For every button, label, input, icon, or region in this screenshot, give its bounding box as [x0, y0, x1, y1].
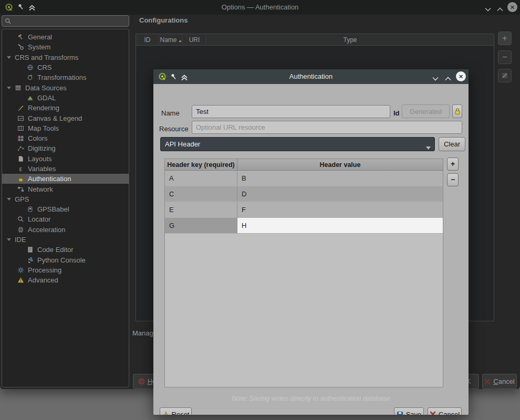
sidebar-item-acceleration[interactable]: Acceleration [2, 225, 129, 235]
lock-icon [454, 108, 461, 115]
key-cell[interactable]: A [165, 171, 237, 186]
search-input[interactable] [2, 15, 129, 27]
key-cell[interactable]: E [165, 202, 237, 217]
value-cell[interactable]: D [237, 186, 443, 202]
manage-text: Manag [132, 329, 153, 337]
sidebar-item-label: Layouts [28, 155, 52, 163]
dialog-titlebar[interactable]: Authentication × [153, 69, 469, 84]
expander-icon[interactable] [7, 198, 11, 201]
sidebar-item-canvas-legend[interactable]: Canvas & Legend [2, 113, 129, 123]
reset-button[interactable]: Reset [160, 407, 192, 415]
expander-icon[interactable] [7, 238, 11, 241]
remove-header-button[interactable]: − [447, 173, 459, 186]
sidebar-item-general[interactable]: General [2, 32, 129, 42]
epsilon-icon: ε [17, 165, 24, 173]
authentication-dialog: Authentication × Name Id Generated Resou… [153, 69, 469, 415]
help-icon [138, 378, 145, 385]
sidebar-item-gpsbabel[interactable]: GPSBabel [2, 204, 129, 214]
sidebar-group-gps[interactable]: GPS [2, 194, 129, 204]
id-lock-button[interactable] [452, 104, 462, 118]
table-row[interactable]: C D [165, 186, 443, 202]
sidebar-item-gdal[interactable]: GDAL [2, 93, 129, 103]
close-icon[interactable]: × [456, 71, 466, 81]
sidebar-item-network[interactable]: Network [2, 184, 129, 194]
expander-icon[interactable] [7, 56, 11, 59]
sidebar-group-data-sources[interactable]: Data Sources [2, 82, 129, 92]
column-header-id[interactable]: ID [136, 34, 159, 45]
sidebar-item-processing[interactable]: Processing [2, 265, 129, 275]
options-titlebar[interactable]: Options — Authentication × [0, 0, 520, 15]
gear-icon [17, 267, 24, 274]
cancel-button[interactable]: Cancel [482, 374, 517, 389]
sidebar-item-label: Map Tools [28, 124, 59, 132]
sidebar-item-transformations[interactable]: Transformations [2, 72, 129, 82]
auth-method-select[interactable]: API Header [160, 137, 435, 151]
column-header-name[interactable]: Name [159, 34, 183, 45]
sidebar-item-map-tools[interactable]: Map Tools [2, 123, 129, 133]
resource-label: Resource [159, 125, 189, 133]
resource-input[interactable] [192, 121, 462, 134]
sidebar-item-label: Rendering [28, 104, 59, 112]
code-file-icon [27, 246, 34, 253]
edit-config-button[interactable] [498, 69, 512, 82]
sidebar-item-locator[interactable]: Locator [2, 214, 129, 224]
close-icon[interactable]: × [507, 2, 517, 12]
column-header-type[interactable]: Type [206, 34, 494, 45]
add-header-button[interactable]: + [447, 158, 459, 171]
sidebar-item-label: Authentication [28, 175, 71, 183]
sidebar-item-code-editor[interactable]: Code Editor [2, 245, 129, 255]
value-cell-editing[interactable]: H [237, 218, 443, 233]
sidebar-item-label: Acceleration [28, 226, 66, 234]
value-cell[interactable]: B [237, 171, 443, 186]
network-icon [17, 186, 24, 193]
sidebar-item-label: Processing [28, 266, 61, 274]
id-label: Id [393, 109, 400, 117]
chip-icon [17, 226, 24, 233]
sidebar-item-advanced[interactable]: Advanced [2, 275, 129, 285]
sidebar-item-rendering[interactable]: Rendering [2, 103, 129, 113]
globe-icon [27, 64, 34, 71]
dialog-body: Name Id Generated Resource API Header Cl… [153, 84, 469, 415]
clear-button[interactable]: Clear [439, 137, 465, 151]
sidebar-item-label: Python Console [37, 256, 86, 264]
sidebar-item-crs[interactable]: CRS [2, 62, 129, 72]
sidebar-item-label: Network [28, 185, 53, 193]
expander-icon[interactable] [7, 87, 11, 89]
maximize-button[interactable] [444, 74, 452, 79]
maximize-button[interactable] [496, 5, 504, 10]
column-header-uri[interactable]: URI [183, 34, 206, 45]
sidebar-item-python-console[interactable]: Python Console [2, 255, 129, 265]
add-config-button[interactable]: + [498, 32, 512, 45]
key-cell[interactable]: G [165, 218, 237, 233]
name-input[interactable] [192, 105, 390, 118]
value-cell[interactable]: F [237, 202, 443, 217]
sidebar-item-label: GPS [15, 195, 29, 203]
paintbrush-icon [17, 104, 24, 111]
sidebar-item-authentication[interactable]: Authentication [2, 174, 129, 184]
table-row-selected[interactable]: G H [165, 218, 443, 234]
column-header-value[interactable]: Header value [237, 159, 443, 171]
shade-button[interactable] [432, 74, 439, 79]
column-header-key[interactable]: Header key (required) [165, 159, 237, 171]
sidebar-item-variables[interactable]: ε Variables [2, 164, 129, 174]
table-row[interactable]: A B [165, 171, 443, 186]
table-row[interactable]: E F [165, 202, 443, 218]
sort-indicator-icon [179, 40, 182, 42]
save-button[interactable]: Save [394, 407, 424, 415]
shade-button[interactable] [484, 5, 492, 10]
header-table[interactable]: Header key (required) Header value A B C… [164, 159, 443, 387]
sidebar-item-digitizing[interactable]: Digitizing [2, 143, 129, 153]
key-cell[interactable]: C [165, 186, 237, 202]
cancel-button[interactable]: Cancel [428, 407, 462, 415]
canvas-image-icon [17, 115, 24, 122]
sidebar-item-colors[interactable]: Colors [2, 133, 129, 143]
sidebar-item-system[interactable]: System [2, 42, 129, 52]
sidebar-item-layouts[interactable]: Layouts [2, 154, 129, 164]
remove-config-button[interactable]: − [498, 50, 512, 64]
id-field: Generated [402, 104, 450, 118]
sidebar-group-ide[interactable]: IDE [2, 235, 129, 245]
broom-icon [162, 411, 169, 415]
cancel-icon [430, 411, 436, 415]
sidebar-group-crs-and-transforms[interactable]: CRS and Transforms [2, 52, 129, 62]
gdal-icon [27, 94, 34, 101]
